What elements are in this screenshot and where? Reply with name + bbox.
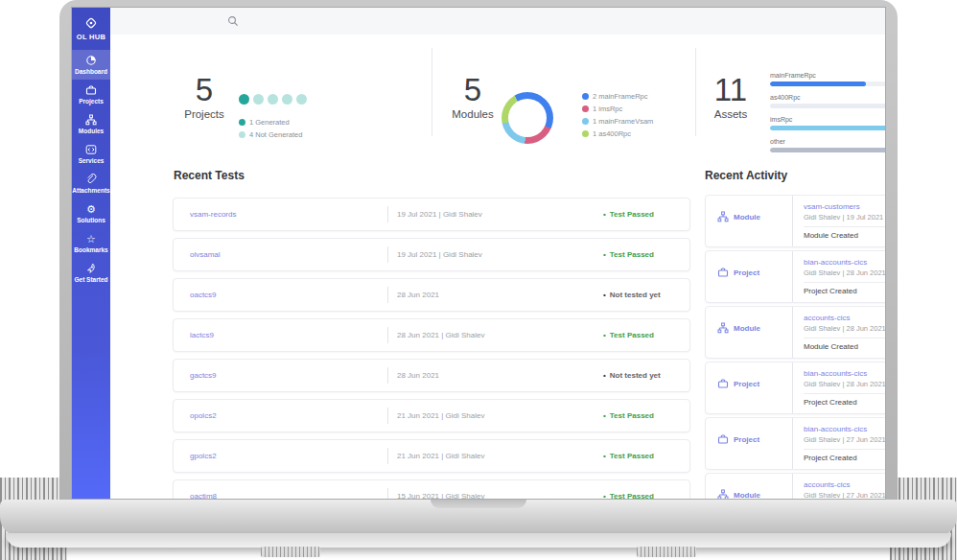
- activity-card[interactable]: Project bian-accounts-cics Gidi Shalev |…: [705, 362, 885, 414]
- test-name-link[interactable]: gpolcs2: [190, 452, 217, 460]
- bar-track: [770, 82, 885, 86]
- activity-name-link[interactable]: accounts-cics: [804, 480, 885, 490]
- legend-label: 1 as400Rpc: [593, 128, 631, 140]
- status-bullet-icon: •: [603, 331, 606, 339]
- table-row[interactable]: opolcs2 21 Jun 2021 | Gidi Shalev •Test …: [173, 399, 690, 432]
- app-logo[interactable]: OL HUB: [72, 8, 110, 50]
- activity-detail: bian-accounts-cics Gidi Shalev | 28 Jun …: [792, 251, 885, 302]
- sidebar-item-attachments[interactable]: Attachments: [72, 169, 110, 198]
- activity-card[interactable]: Module vsam-customers Gidi Shalev | 19 J…: [705, 195, 885, 247]
- dashboard-icon: [85, 55, 97, 66]
- activity-action: Project Created: [804, 282, 885, 295]
- search-icon[interactable]: [227, 15, 239, 27]
- legend-label: 1 imsRpc: [593, 103, 622, 115]
- bar-track: [770, 104, 885, 108]
- activity-type-label: Project: [734, 268, 759, 277]
- test-name-link[interactable]: gactcs9: [190, 371, 217, 380]
- sidebar-item-modules[interactable]: Modules: [72, 109, 110, 139]
- topbar: [110, 8, 885, 35]
- table-row[interactable]: lactcs9 28 Jun 2021 | Gidi Shalev •Test …: [173, 318, 690, 352]
- status-badge: •Test Passed: [603, 250, 654, 259]
- asset-bar: as400Rpc: [770, 93, 885, 108]
- activity-author-date: Gidi Shalev | 19 Jul 2021: [804, 213, 885, 222]
- test-name-link[interactable]: vsam-records: [190, 210, 236, 219]
- table-row[interactable]: olvsamal 19 Jul 2021 | Gidi Shalev •Test…: [173, 238, 690, 271]
- bar-label: imsRpc: [770, 115, 885, 124]
- activity-author-date: Gidi Shalev | 28 Jun 2021: [804, 380, 885, 389]
- activity-name-link[interactable]: bian-accounts-cics: [804, 425, 885, 434]
- status-badge: •Test Passed: [603, 411, 654, 420]
- status-bullet-icon: •: [603, 291, 606, 299]
- recent-tests-title: Recent Tests: [174, 169, 245, 182]
- sidebar-item-solutions[interactable]: ⚙ Solutions: [72, 198, 110, 228]
- sidebar-item-label: Dashboard: [75, 68, 107, 75]
- status-bullet-icon: •: [603, 371, 606, 380]
- test-name-link[interactable]: oactim8: [190, 492, 217, 499]
- sidebar-item-label: Projects: [79, 98, 104, 105]
- progress-dot: [253, 94, 264, 105]
- activity-action: Module Created: [804, 338, 885, 351]
- activity-type: Module: [717, 489, 760, 499]
- table-row[interactable]: gpolcs2 21 Jun 2021 | Gidi Shalev •Test …: [173, 439, 690, 473]
- laptop-mockup: OL HUB Dashboard Projects: [0, 0, 957, 560]
- progress-dot: [296, 94, 307, 105]
- status-text: Not tested yet: [610, 291, 661, 299]
- status-bullet-icon: •: [603, 452, 606, 460]
- table-row[interactable]: vsam-records 19 Jul 2021 | Gidi Shalev •…: [173, 198, 690, 231]
- test-date-author: 19 Jul 2021 | Gidi Shalev: [387, 246, 482, 263]
- test-name-link[interactable]: opolcs2: [190, 411, 217, 420]
- sidebar-item-get-started[interactable]: Get Started: [72, 258, 110, 288]
- sidebar-item-bookmarks[interactable]: ☆ Bookmarks: [72, 228, 110, 258]
- bar-label: as400Rpc: [770, 93, 885, 102]
- modules-stat: 5 Modules: [434, 73, 511, 120]
- dashboard-main: 5 Projects 1 Generated 4 Not Generated 5…: [110, 35, 885, 499]
- bar-fill: [770, 148, 885, 152]
- legend-dot: [582, 105, 589, 112]
- status-badge: •Not tested yet: [603, 371, 661, 380]
- status-badge: •Test Passed: [603, 492, 654, 499]
- activity-name-link[interactable]: vsam-customers: [804, 202, 885, 212]
- status-text: Test Passed: [610, 331, 654, 339]
- projects-label: Projects: [166, 108, 243, 120]
- activity-card[interactable]: Module accounts-cics Gidi Shalev | 28 Ju…: [705, 306, 885, 359]
- module-icon: [717, 489, 729, 499]
- test-date-author: 21 Jun 2021 | Gidi Shalev: [387, 448, 484, 464]
- progress-dot: [282, 94, 292, 105]
- legend-label: 4 Not Generated: [249, 128, 302, 141]
- ol-hub-logo-icon: [84, 16, 98, 30]
- sidebar-item-label: Solutions: [77, 217, 105, 223]
- activity-name-link[interactable]: bian-accounts-cics: [804, 258, 885, 268]
- module-icon: [717, 322, 729, 334]
- modules-donut-chart: [502, 92, 553, 144]
- bar-track: [770, 148, 885, 152]
- legend-label: 1 mainFrameVsam: [593, 115, 653, 128]
- legend-label: 1 Generated: [249, 116, 290, 128]
- sidebar-item-services[interactable]: Services: [72, 139, 110, 169]
- asset-bar: other: [770, 137, 885, 152]
- test-name-link[interactable]: oactcs9: [190, 291, 217, 299]
- table-row[interactable]: oactim8 15 Jun 2021 | Gidi Shalev •Test …: [173, 479, 690, 499]
- app-screen: OL HUB Dashboard Projects: [72, 8, 885, 499]
- table-row[interactable]: oactcs9 28 Jun 2021 •Not tested yet: [173, 278, 690, 312]
- activity-card[interactable]: Project bian-accounts-cics Gidi Shalev |…: [705, 250, 885, 303]
- table-row[interactable]: gactcs9 28 Jun 2021 •Not tested yet: [173, 359, 690, 392]
- activity-type-label: Module: [734, 213, 760, 222]
- legend-item: 1 Generated: [239, 116, 302, 128]
- activity-card[interactable]: Module accounts-cics Gidi Shalev | 27 Ju…: [705, 473, 885, 499]
- sidebar-item-dashboard[interactable]: Dashboard: [72, 50, 110, 80]
- laptop-foot-vent-right: [637, 547, 696, 557]
- projects-stat: 5 Projects: [166, 73, 243, 120]
- project-icon: [717, 378, 729, 389]
- activity-name-link[interactable]: bian-accounts-cics: [804, 369, 885, 379]
- activity-author-date: Gidi Shalev | 27 Jun 2021: [804, 435, 885, 445]
- legend-dot: [239, 119, 245, 126]
- activity-card[interactable]: Project bian-accounts-cics Gidi Shalev |…: [705, 417, 885, 470]
- activity-name-link[interactable]: accounts-cics: [804, 314, 885, 323]
- sidebar-item-projects[interactable]: Projects: [72, 80, 110, 109]
- progress-dot: [268, 94, 278, 105]
- test-name-link[interactable]: olvsamal: [190, 250, 221, 259]
- modules-icon: [85, 114, 97, 126]
- status-badge: •Test Passed: [603, 210, 654, 219]
- test-name-link[interactable]: lactcs9: [190, 331, 214, 339]
- legend-item: 1 imsRpc: [582, 103, 653, 115]
